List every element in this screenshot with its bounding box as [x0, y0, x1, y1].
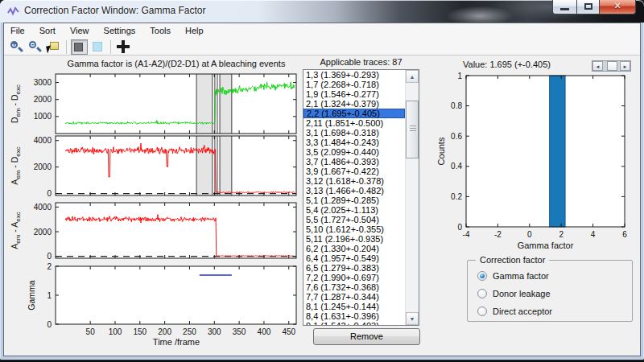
svg-text:0.8: 0.8 — [451, 101, 462, 110]
zoom-out-icon[interactable]: - — [27, 39, 43, 55]
trace-list-item[interactable]: 2,11 (1.851+-0.500) — [303, 118, 405, 128]
trace-list-item[interactable]: 3,7 (1.486+-0.393) — [303, 157, 405, 167]
trace-list-item[interactable]: 1,9 (1.546+-0.277) — [303, 89, 405, 99]
svg-text:2000: 2000 — [34, 162, 52, 171]
gray-square-toggle-icon[interactable] — [71, 39, 88, 55]
svg-text:0: 0 — [47, 320, 52, 329]
trace-list-item[interactable]: 3,1 (1.698+-0.318) — [303, 128, 405, 138]
svg-text:1000: 1000 — [34, 112, 52, 121]
trace-list-item[interactable]: 7,2 (1.990+-0.697) — [303, 273, 405, 282]
trace-list-item[interactable]: 7,6 (1.732+-0.368) — [303, 282, 405, 292]
svg-text:0: 0 — [457, 223, 462, 232]
menu-file[interactable]: File — [4, 23, 31, 39]
svg-text:4000: 4000 — [34, 136, 52, 145]
correction-factor-window: Correction Factor Window: Gamma Factor ✕… — [0, 0, 644, 360]
svg-text:0.4: 0.4 — [451, 162, 462, 171]
svg-text:2000: 2000 — [34, 228, 52, 237]
slider-left-icon[interactable]: ◄ — [592, 61, 603, 71]
slider-thumb[interactable] — [607, 61, 617, 71]
toolbar-divider — [66, 40, 67, 54]
trace-list-item[interactable]: 8,1 (1.245+-0.144) — [303, 302, 405, 311]
radio-donor-leakage[interactable]: Donor leakage — [477, 288, 551, 299]
trace-list-item[interactable]: 6,4 (1.957+-0.549) — [303, 253, 405, 263]
svg-text:Aem - Aexc: Aem - Aexc — [10, 212, 22, 249]
trace-listbox[interactable]: 1,3 (1.369+-0.293)1,7 (2.268+-0.718)1,9 … — [303, 69, 419, 326]
trace-list-item[interactable]: 5,1 (1.289+-0.285) — [303, 195, 405, 205]
applicable-traces-label: Applicable traces: 87 — [303, 57, 419, 67]
trace-list-item[interactable]: 3,12 (1.618+-0.378) — [303, 176, 405, 186]
zoom-in-icon[interactable]: + — [8, 39, 25, 55]
trace-list-item[interactable]: 3,13 (1.466+-0.482) — [303, 186, 405, 195]
trace-list-item[interactable]: 9,1 (1.542+-0.403) — [303, 321, 405, 326]
histogram-bar — [549, 76, 565, 227]
radio-label: Gamma factor — [493, 271, 549, 281]
radio-label: Direct acceptor — [493, 306, 552, 316]
radio-icon[interactable] — [477, 271, 487, 281]
menubar: FileSortViewSettingsToolsHelp — [4, 23, 640, 39]
scroll-down-icon[interactable]: ▼ — [406, 312, 419, 325]
trace-list-item[interactable]: 5,5 (1.727+-0.504) — [303, 215, 405, 224]
toolbar: +- — [4, 39, 640, 56]
trace-list-item[interactable]: 1,3 (1.369+-0.293) — [303, 70, 405, 80]
trace-list-item[interactable]: 5,11 (2.196+-0.935) — [303, 234, 405, 244]
scroll-thumb[interactable] — [406, 101, 419, 158]
toolbar-divider — [110, 40, 111, 54]
svg-text:0.2: 0.2 — [451, 192, 462, 201]
menu-settings[interactable]: Settings — [97, 23, 142, 39]
slider-right-icon[interactable]: ► — [620, 61, 630, 71]
menu-help[interactable]: Help — [179, 23, 210, 39]
svg-text:-4: -4 — [463, 230, 470, 239]
radio-icon[interactable] — [477, 289, 487, 298]
radio-gamma-factor[interactable]: Gamma factor — [477, 270, 549, 282]
radio-label: Donor leakage — [493, 289, 551, 298]
window-title: Correction Factor Window: Gamma Factor — [24, 0, 205, 22]
menu-sort[interactable]: Sort — [33, 23, 62, 39]
crosshair-tool-icon[interactable] — [115, 39, 132, 55]
trace-plots[interactable]: Gamma factor is (A1-A2)/(D2-D1) at A ble… — [7, 55, 300, 351]
list-scrollbar[interactable]: ▲ ▼ — [405, 70, 419, 325]
svg-text:0: 0 — [527, 230, 532, 239]
cyan-square-toggle-icon[interactable] — [89, 39, 106, 55]
radio-direct-acceptor[interactable]: Direct acceptor — [477, 306, 552, 317]
menu-view[interactable]: View — [64, 23, 96, 39]
trace-list-item[interactable]: 3,3 (1.484+-0.243) — [303, 138, 405, 147]
svg-text:100: 100 — [109, 327, 122, 336]
svg-text:450: 450 — [282, 327, 295, 336]
trace-list-item[interactable]: 5,4 (2.025+-1.113) — [303, 205, 405, 215]
datatip-icon[interactable] — [45, 39, 62, 55]
titlebar[interactable]: Correction Factor Window: Gamma Factor ✕ — [0, 0, 644, 23]
minimize-button[interactable] — [552, 0, 576, 14]
gamma-histogram[interactable]: -4-2024600.20.40.60.81Gamma factorCounts — [436, 72, 637, 273]
svg-text:4: 4 — [591, 230, 596, 239]
trace-list-item[interactable]: 3,9 (1.667+-0.422) — [303, 167, 405, 176]
maximize-button[interactable] — [576, 0, 600, 14]
radio-icon[interactable] — [477, 306, 487, 316]
svg-text:200: 200 — [158, 327, 171, 336]
trace-list-item[interactable]: 6,2 (1.330+-0.204) — [303, 244, 405, 253]
remove-button[interactable]: Remove — [313, 328, 420, 345]
trace-list-item[interactable]: 6,5 (1.279+-0.383) — [303, 263, 405, 273]
correction-factor-group: Correction factor Gamma factorDonor leak… — [467, 260, 633, 322]
trace-list-item[interactable]: 1,7 (2.268+-0.718) — [303, 80, 405, 89]
svg-text:1: 1 — [457, 72, 462, 80]
menu-tools[interactable]: Tools — [143, 23, 177, 39]
svg-text:50: 50 — [86, 327, 96, 336]
svg-text:3000: 3000 — [34, 78, 52, 87]
trace-list-item[interactable]: 8,4 (1.631+-0.396) — [303, 311, 405, 321]
close-button[interactable]: ✕ — [600, 0, 636, 14]
trace-list-item[interactable]: 7,7 (1.287+-0.344) — [303, 292, 405, 302]
svg-text:2: 2 — [47, 262, 52, 271]
trace-list-item[interactable]: 3,5 (2.099+-0.440) — [303, 147, 405, 157]
trace-list-item[interactable]: 2,2 (1.695+-0.405) — [303, 109, 405, 118]
svg-text:Time /frame: Time /frame — [153, 337, 200, 347]
client-area: FileSortViewSettingsToolsHelp +- Gamma f… — [3, 23, 641, 356]
svg-text:150: 150 — [133, 327, 147, 336]
trace-list-item[interactable]: 5,10 (1.612+-0.355) — [303, 224, 405, 234]
svg-text:Gamma: Gamma — [27, 280, 36, 311]
svg-text:0: 0 — [47, 252, 52, 261]
svg-text:6: 6 — [622, 230, 627, 239]
group-legend: Correction factor — [476, 255, 549, 265]
trace-list-item[interactable]: 2,1 (1.324+-0.379) — [303, 99, 405, 109]
svg-text:0.6: 0.6 — [451, 132, 462, 141]
scroll-up-icon[interactable]: ▲ — [406, 70, 419, 83]
